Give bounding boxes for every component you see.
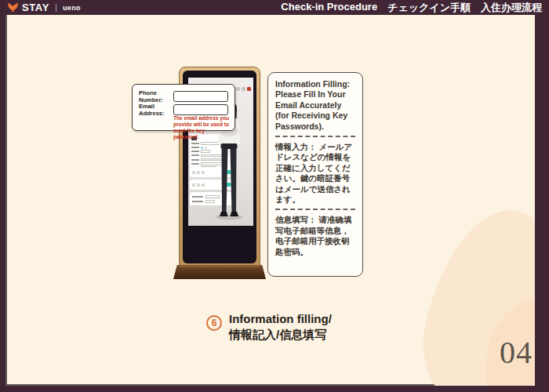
step-caption-line1: Information filling/ xyxy=(229,311,332,327)
screen-control-icon xyxy=(236,87,240,91)
divider xyxy=(275,136,355,137)
kiosk-base xyxy=(173,265,266,279)
phone-number-input[interactable] xyxy=(173,91,228,102)
page-number: 04 xyxy=(500,334,533,371)
stay-tulip-logo-icon xyxy=(7,2,19,13)
screen-window-controls xyxy=(236,87,251,91)
email-address-input[interactable] xyxy=(173,104,228,115)
contact-form-popup: Phone Number: Email Address: The email a… xyxy=(132,84,235,131)
slide-title-zh: 入住办理流程 xyxy=(481,1,542,15)
step-caption: 6 Information filling/ 情報記入/信息填写 xyxy=(206,311,332,343)
slide-title: Check-in Procedure チェックイン手順 入住办理流程 xyxy=(281,1,542,15)
screen-control-icon xyxy=(242,87,245,91)
slide-title-en: Check-in Procedure xyxy=(281,1,377,15)
step-number-badge: 6 xyxy=(206,315,222,331)
info-text-ja: 情報入力： メールアドレスなどの情報を正確に入力してください。鍵の暗証番号はメー… xyxy=(275,142,355,205)
brand-separator xyxy=(56,4,56,12)
step-caption-line2: 情報記入/信息填写 xyxy=(229,327,332,343)
screen-close-icon xyxy=(247,87,251,91)
header-bar: STAY ueno Check-in Procedure チェックイン手順 入住… xyxy=(0,0,549,15)
brand-location: ueno xyxy=(63,4,81,12)
step-caption-text: Information filling/ 情報記入/信息填写 xyxy=(229,311,332,343)
phone-number-label: Phone Number: xyxy=(139,89,173,103)
slide-content: Phone Number: Email Address: The email a… xyxy=(5,15,535,386)
brand-name: STAY xyxy=(22,2,49,13)
email-warning-text: The email address you provide will be us… xyxy=(173,115,231,140)
info-text-en: Information Filling: Please Fill In Your… xyxy=(275,79,355,132)
info-panel: Information Filling: Please Fill In Your… xyxy=(267,72,363,277)
brand: STAY ueno xyxy=(7,2,81,13)
divider xyxy=(275,209,355,210)
email-address-label: Email Address: xyxy=(139,103,173,117)
info-text-zh: 信息填写： 请准确填写电子邮箱等信息，电子邮箱用于接收钥匙密码。 xyxy=(275,215,355,257)
slide-title-ja: チェックイン手順 xyxy=(387,1,471,15)
